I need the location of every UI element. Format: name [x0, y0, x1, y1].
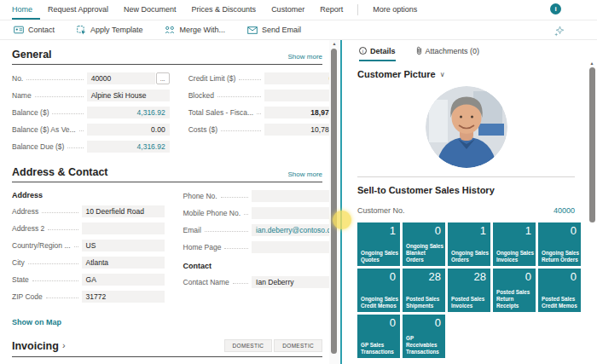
field-zip-code-label: ZIP Code	[12, 292, 43, 301]
merge-icon	[165, 26, 175, 34]
menu-item-report[interactable]: Report	[312, 0, 351, 20]
address-col-1: Address Address 10 Deerfield Road Addres…	[12, 190, 165, 326]
sparkle-icon[interactable]	[554, 26, 565, 37]
field-mobile-phone-input[interactable]	[252, 207, 329, 219]
field-name: Name Alpine Ski House	[12, 90, 170, 101]
dotted-leader	[244, 214, 248, 215]
field-address-2-input[interactable]	[82, 222, 165, 234]
send-email-button[interactable]: Send Email	[247, 26, 301, 34]
left-scrollbar-thumb[interactable]	[331, 49, 337, 354]
field-address-input[interactable]: 10 Deerfield Road	[82, 205, 165, 217]
dotted-leader	[74, 246, 78, 247]
field-contact-name-input[interactable]: Ian Deberry	[252, 276, 329, 288]
tab-details[interactable]: i Details	[359, 40, 396, 61]
customer-picture-header[interactable]: Customer Picture ∨	[357, 69, 575, 79]
field-country-region-input[interactable]: US	[82, 240, 165, 251]
field-costs: Costs ($) 10,782.00	[188, 124, 329, 136]
tile-label: Ongoing Sales Orders	[451, 250, 490, 263]
field-phone: Phone No.	[183, 190, 329, 202]
dotted-leader	[233, 283, 248, 284]
tile-posted-sales-return-receipts[interactable]: 0 Posted Sales Return Receipts	[493, 269, 536, 312]
paperclip-icon	[416, 46, 422, 55]
tile-label: Ongoing Sales Invoices	[496, 250, 535, 263]
customer-photo[interactable]	[426, 86, 507, 168]
general-section-header: General Show more	[12, 49, 322, 61]
dotted-leader	[32, 280, 78, 281]
action-toolbar: Contact Apply Template Merge With... Sen…	[0, 20, 597, 40]
menu-item-more-options[interactable]: More options	[365, 0, 425, 20]
field-balance: Balance ($) 4,316.92	[12, 107, 170, 118]
tile-label: Ongoing Sales Return Orders	[542, 250, 580, 263]
send-email-button-label: Send Email	[262, 26, 301, 34]
apply-template-button[interactable]: Apply Template	[77, 26, 142, 35]
field-phone-label: Phone No.	[183, 192, 217, 200]
tile-gp-sales-transactions[interactable]: 0 GP Sales Transactions	[357, 315, 400, 358]
general-show-more-link[interactable]: Show more	[288, 53, 322, 61]
field-balance-value[interactable]: 4,316.92	[87, 107, 170, 118]
apply-template-button-label: Apply Template	[90, 26, 142, 34]
address-section-header: Address & Contact Show more	[12, 166, 322, 178]
customer-no-value-link[interactable]: 40000	[554, 206, 575, 215]
tile-ongoing-sales-quotes[interactable]: 1 Ongoing Sales Quotes	[357, 222, 400, 266]
general-section-title: General	[12, 49, 52, 61]
field-balance-as-vendor: Balance ($) As Ve... 0.00	[12, 124, 170, 136]
tile-posted-sales-credit-memos[interactable]: 0 Posted Sales Credit Memos	[538, 269, 581, 312]
tile-ongoing-sales-blanket-orders[interactable]: 0 Ongoing Sales Blanket Orders	[403, 222, 445, 266]
customer-picture-container	[357, 86, 575, 168]
field-home-page-input[interactable]	[252, 241, 329, 253]
scroll-up-icon[interactable]: ▲	[329, 41, 339, 46]
field-state-label: State	[12, 275, 29, 284]
assist-edit-button[interactable]: ...	[156, 72, 170, 84]
tile-gp-receivables-transactions[interactable]: 0 GP Receivables Transactions	[403, 315, 445, 358]
address-show-more-link[interactable]: Show more	[288, 170, 322, 178]
tile-value: 0	[571, 270, 577, 283]
invoicing-section-header[interactable]: Invoicing › DOMESTIC DOMESTIC	[12, 339, 322, 357]
show-on-map-link[interactable]: Show on Map	[12, 318, 61, 326]
tile-ongoing-sales-orders[interactable]: 1 Ongoing Sales Orders	[448, 222, 490, 266]
dotted-leader	[79, 130, 84, 131]
field-phone-input[interactable]	[252, 190, 329, 202]
field-state-input[interactable]: GA	[82, 274, 165, 286]
right-scrollbar-thumb[interactable]	[589, 67, 595, 222]
menu-item-home[interactable]: Home	[12, 0, 40, 20]
tile-value: 28	[474, 270, 486, 283]
field-total-sales-value[interactable]: 18,974.20	[264, 107, 329, 118]
field-credit-limit-input[interactable]: 0.00	[264, 72, 329, 84]
right-scrollbar[interactable]: ▲	[588, 40, 596, 364]
tile-posted-sales-invoices[interactable]: 28 Posted Sales Invoices	[448, 269, 490, 312]
field-contact-name-label: Contact Name	[183, 278, 229, 286]
menu-item-customer[interactable]: Customer	[264, 0, 312, 20]
tab-attachments[interactable]: Attachments (0)	[416, 40, 480, 61]
tile-label: Posted Sales Credit Memos	[542, 296, 580, 309]
field-total-sales-label: Total Sales - Fisca...	[188, 108, 254, 117]
tile-ongoing-sales-invoices[interactable]: 1 Ongoing Sales Invoices	[493, 222, 536, 266]
menu-item-new-document[interactable]: New Document	[116, 0, 184, 20]
left-scrollbar[interactable]: ▲	[329, 40, 339, 364]
field-balance-due-value[interactable]: 4,316.92	[87, 141, 170, 153]
field-home-page: Home Page	[183, 241, 329, 253]
tile-value: 1	[390, 224, 396, 237]
dotted-leader	[205, 231, 248, 232]
help-badge-icon[interactable]: i	[550, 3, 561, 14]
menu-item-prices-discounts[interactable]: Prices & Discounts	[184, 0, 264, 20]
general-col-1: No. 40000 ... Name Alpine Ski House Bala…	[12, 72, 170, 153]
field-blocked-input[interactable]	[264, 90, 329, 101]
tile-ongoing-sales-return-orders[interactable]: 0 Ongoing Sales Return Orders	[538, 222, 581, 266]
field-blocked: Blocked	[188, 90, 329, 101]
field-zip-code-input[interactable]: 31772	[82, 291, 165, 303]
field-balance-as-vendor-value[interactable]: 0.00	[87, 124, 170, 136]
tile-posted-sales-shipments[interactable]: 28 Posted Sales Shipments	[403, 269, 445, 312]
field-name-input[interactable]: Alpine Ski House	[87, 90, 170, 101]
merge-with-button[interactable]: Merge With...	[165, 26, 225, 34]
field-no-input[interactable]: 40000	[87, 72, 155, 84]
contact-button[interactable]: Contact	[14, 26, 55, 34]
field-costs-value[interactable]: 10,782.00	[264, 124, 329, 136]
tile-value: 0	[571, 224, 577, 237]
field-email-input[interactable]: ian.deberry@contoso.com	[252, 224, 329, 236]
scroll-up-icon[interactable]: ▲	[588, 61, 596, 66]
menu-item-request-approval[interactable]: Request Approval	[40, 0, 116, 20]
field-address-label: Address	[12, 207, 38, 216]
factbox-tabs: i Details Attachments (0)	[357, 40, 575, 61]
field-city-input[interactable]: Atlanta	[82, 257, 165, 269]
tile-ongoing-sales-credit-memos[interactable]: 0 Ongoing Sales Credit Memos	[357, 269, 400, 312]
